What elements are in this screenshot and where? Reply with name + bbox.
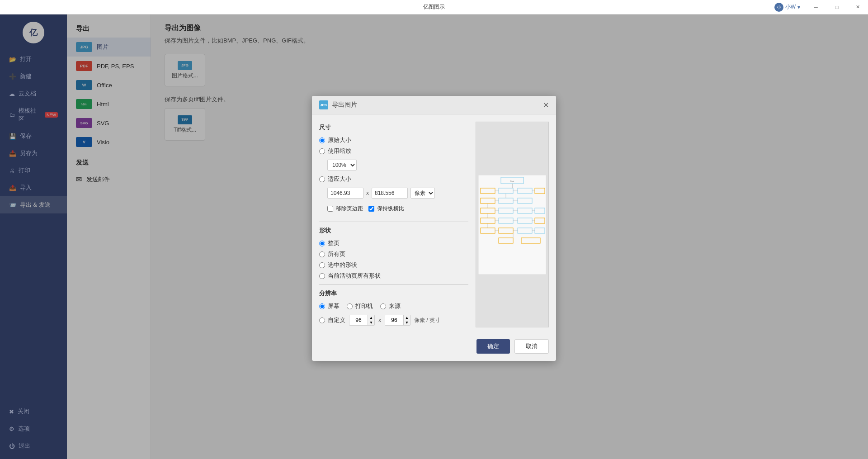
shape-selected-label: 选中的形状 — [328, 261, 357, 269]
user-dropdown-icon[interactable]: ▾ — [797, 4, 800, 10]
avatar: 小 — [774, 3, 783, 12]
dpi-height-up[interactable]: ▲ — [403, 315, 410, 320]
shape-all-label: 所有页 — [328, 250, 345, 258]
dpi-height-stepper: ▲ ▼ — [385, 315, 410, 326]
scale-input-row: 100% 50% 150% 200% — [327, 160, 468, 170]
export-image-modal: JPG 导出图片 ✕ 尺寸 原始大小 使用缩放 — [312, 96, 556, 361]
shape-all-radio[interactable] — [319, 251, 325, 257]
svg-rect-0 — [478, 175, 546, 274]
size-original-label: 原始大小 — [328, 136, 351, 144]
divider-2 — [319, 284, 468, 285]
modal-header: JPG 导出图片 ✕ — [312, 96, 556, 114]
app-title: 亿图图示 — [423, 3, 445, 11]
dpi-width-stepper: ▲ ▼ — [349, 315, 375, 326]
shape-allpages-option[interactable]: 整页 — [319, 239, 468, 247]
dpi-width-btns: ▲ ▼ — [368, 315, 374, 325]
remove-margin-checkbox[interactable] — [327, 206, 333, 212]
resolution-custom-option[interactable]: 自定义 — [319, 316, 345, 324]
shape-current-label: 当前活动页所有形状 — [328, 272, 381, 280]
size-radio-group: 原始大小 使用缩放 100% 50% 150% 200% — [319, 136, 468, 217]
dpi-height-input[interactable] — [385, 315, 403, 325]
resolution-screen-radio[interactable] — [319, 303, 325, 309]
size-scale-option[interactable]: 使用缩放 — [319, 147, 468, 155]
size-fit-label: 适应大小 — [328, 175, 351, 183]
preview-diagram: Start — [476, 173, 548, 277]
shape-allpages-radio[interactable] — [319, 241, 325, 246]
shape-all-option[interactable]: 所有页 — [319, 250, 468, 258]
shape-current-option[interactable]: 当前活动页所有形状 — [319, 272, 468, 280]
close-button[interactable]: ✕ — [847, 0, 868, 14]
modal-body: 尺寸 原始大小 使用缩放 100% 50% 150% — [312, 114, 556, 335]
modal-title-area: JPG 导出图片 — [319, 100, 357, 109]
resolution-radio-group: 屏幕 打印机 来源 自定义 — [319, 302, 468, 326]
modal-close-button[interactable]: ✕ — [543, 101, 549, 109]
window-controls: ─ □ ✕ — [806, 0, 868, 14]
width-input[interactable] — [327, 188, 363, 199]
shape-radio-group: 整页 所有页 选中的形状 当前活动页所有形状 — [319, 239, 468, 280]
resolution-custom-row: 自定义 ▲ ▼ x ▲ — [319, 315, 468, 326]
modal-left-panel: 尺寸 原始大小 使用缩放 100% 50% 150% — [319, 122, 468, 327]
resolution-custom-radio[interactable] — [319, 317, 325, 323]
resolution-printer-radio[interactable] — [347, 303, 353, 309]
shape-allpages-label: 整页 — [328, 239, 340, 247]
keep-ratio-label: 保持纵横比 — [377, 205, 404, 213]
shape-section-label: 形状 — [319, 227, 468, 235]
modal-title: 导出图片 — [332, 101, 357, 109]
divider-1 — [319, 222, 468, 222]
size-original-option[interactable]: 原始大小 — [319, 136, 468, 144]
modal-overlay: JPG 导出图片 ✕ 尺寸 原始大小 使用缩放 — [0, 14, 868, 459]
size-scale-radio[interactable] — [319, 148, 325, 154]
titlebar: 亿图图示 小 小W ▾ ─ □ ✕ — [0, 0, 868, 14]
remove-margin-option[interactable]: 移除页边距 — [327, 205, 363, 213]
size-fit-option[interactable]: 适应大小 — [319, 175, 468, 183]
shape-selected-option[interactable]: 选中的形状 — [319, 261, 468, 269]
resolution-main-row: 屏幕 打印机 来源 — [319, 302, 468, 310]
margin-ratio-row: 移除页边距 保持纵横比 — [327, 205, 468, 215]
svg-text:Start: Start — [510, 180, 514, 182]
resolution-source-option[interactable]: 来源 — [380, 302, 401, 310]
dpi-height-down[interactable]: ▼ — [403, 320, 410, 325]
x-separator: x — [366, 190, 369, 196]
resolution-custom-label: 自定义 — [328, 316, 345, 324]
dpi-width-up[interactable]: ▲ — [368, 315, 374, 320]
resolution-screen-option[interactable]: 屏幕 — [319, 302, 340, 310]
size-section-label: 尺寸 — [319, 123, 468, 132]
remove-margin-label: 移除页边距 — [336, 205, 363, 213]
preview-panel: Start — [476, 122, 549, 327]
resolution-printer-label: 打印机 — [355, 302, 373, 310]
modal-footer: 确定 取消 — [312, 335, 556, 361]
dpi-x-separator: x — [378, 317, 381, 323]
size-original-radio[interactable] — [319, 137, 325, 143]
dpi-unit-label: 像素 / 英寸 — [414, 317, 440, 324]
user-area[interactable]: 小 小W ▾ — [774, 3, 800, 12]
unit-select[interactable]: 像素 英寸 毫米 — [410, 188, 435, 199]
resolution-screen-label: 屏幕 — [328, 302, 340, 310]
fit-dimensions-row: x 像素 英寸 毫米 — [327, 188, 468, 199]
height-input[interactable] — [372, 188, 408, 199]
resolution-source-label: 来源 — [389, 302, 401, 310]
modal-header-icon: JPG — [319, 100, 328, 109]
maximize-button[interactable]: □ — [826, 0, 847, 14]
dpi-width-input[interactable] — [349, 315, 368, 325]
scale-select[interactable]: 100% 50% 150% 200% — [327, 160, 357, 170]
username: 小W — [785, 3, 796, 11]
resolution-printer-option[interactable]: 打印机 — [347, 302, 373, 310]
keep-ratio-option[interactable]: 保持纵横比 — [368, 205, 404, 213]
resolution-source-radio[interactable] — [380, 303, 386, 309]
size-fit-radio[interactable] — [319, 176, 325, 182]
minimize-button[interactable]: ─ — [806, 0, 826, 14]
shape-selected-radio[interactable] — [319, 262, 325, 268]
cancel-button[interactable]: 取消 — [514, 339, 549, 354]
size-scale-label: 使用缩放 — [328, 147, 351, 155]
shape-current-radio[interactable] — [319, 273, 325, 279]
resolution-section-label: 分辨率 — [319, 289, 468, 298]
dpi-width-down[interactable]: ▼ — [368, 320, 374, 325]
confirm-button[interactable]: 确定 — [476, 339, 510, 354]
dpi-height-btns: ▲ ▼ — [403, 315, 410, 325]
keep-ratio-checkbox[interactable] — [368, 206, 374, 212]
